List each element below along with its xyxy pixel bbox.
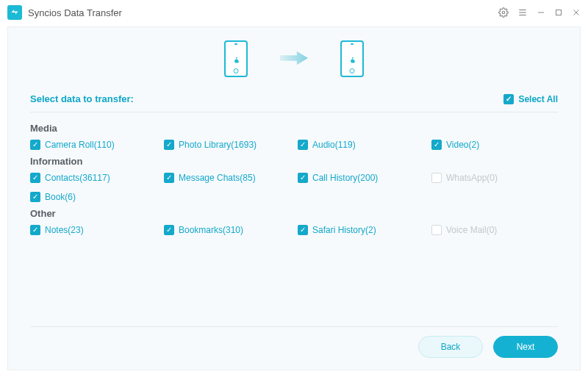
media-grid: ✓Camera Roll(110) ✓Photo Library(1693) ✓… bbox=[30, 140, 558, 150]
checkbox-icon: ✓ bbox=[30, 173, 40, 183]
section-title-media: Media bbox=[30, 123, 558, 134]
item-label: Notes(23) bbox=[45, 225, 84, 235]
item-label: Contacts(36117) bbox=[45, 173, 110, 183]
transfer-arrow-icon bbox=[277, 47, 311, 71]
checkbox-icon: ✓ bbox=[30, 225, 40, 235]
divider bbox=[30, 112, 558, 112]
svg-rect-5 bbox=[556, 10, 562, 15]
menu-icon[interactable] bbox=[517, 7, 528, 18]
svg-point-0 bbox=[502, 11, 505, 14]
item-contacts[interactable]: ✓Contacts(36117) bbox=[30, 173, 157, 183]
item-notes[interactable]: ✓Notes(23) bbox=[30, 225, 157, 235]
item-photo-library[interactable]: ✓Photo Library(1693) bbox=[164, 140, 290, 150]
checkbox-icon: ✓ bbox=[298, 173, 308, 183]
checkbox-icon: ✓ bbox=[164, 173, 174, 183]
checkbox-icon: ✓ bbox=[30, 192, 40, 202]
item-label: Voice Mail(0) bbox=[446, 225, 497, 235]
select-all-label: Select All bbox=[518, 94, 558, 104]
information-grid: ✓Contacts(36117) ✓Message Chats(85) ✓Cal… bbox=[30, 173, 558, 202]
checkbox-icon: ✓ bbox=[503, 94, 514, 104]
item-label: Photo Library(1693) bbox=[179, 140, 257, 150]
item-label: Call History(200) bbox=[312, 173, 378, 183]
item-safari-history[interactable]: ✓Safari History(2) bbox=[298, 225, 424, 235]
window-controls bbox=[498, 7, 581, 18]
checkbox-icon: ✓ bbox=[431, 140, 442, 150]
section-title-other: Other bbox=[30, 208, 558, 219]
back-button[interactable]: Back bbox=[418, 336, 483, 358]
main-panel: Select data to transfer: ✓ Select All Me… bbox=[7, 26, 581, 370]
checkbox-icon: ✓ bbox=[298, 225, 308, 235]
item-label: Message Chats(85) bbox=[179, 173, 256, 183]
item-whatsapp: WhatsApp(0) bbox=[431, 173, 558, 183]
checkbox-icon: ✓ bbox=[298, 140, 308, 150]
item-bookmarks[interactable]: ✓Bookmarks(310) bbox=[164, 225, 290, 235]
checkbox-icon bbox=[431, 225, 442, 235]
maximize-button[interactable] bbox=[554, 8, 563, 17]
select-all-checkbox[interactable]: ✓ Select All bbox=[503, 94, 558, 104]
item-camera-roll[interactable]: ✓Camera Roll(110) bbox=[30, 140, 157, 150]
select-title: Select data to transfer: bbox=[30, 93, 134, 104]
item-label: Safari History(2) bbox=[312, 225, 376, 235]
checkbox-icon bbox=[431, 173, 442, 183]
item-voice-mail: Voice Mail(0) bbox=[431, 225, 558, 235]
next-button[interactable]: Next bbox=[493, 336, 558, 358]
checkbox-icon: ✓ bbox=[164, 140, 174, 150]
item-video[interactable]: ✓Video(2) bbox=[431, 140, 558, 150]
item-label: Video(2) bbox=[446, 140, 479, 150]
item-book[interactable]: ✓Book(6) bbox=[30, 192, 157, 202]
checkbox-icon: ✓ bbox=[164, 225, 174, 235]
item-label: Camera Roll(110) bbox=[45, 140, 115, 150]
other-grid: ✓Notes(23) ✓Bookmarks(310) ✓Safari Histo… bbox=[30, 225, 558, 235]
select-header-row: Select data to transfer: ✓ Select All bbox=[30, 87, 558, 110]
target-device-icon bbox=[340, 40, 364, 77]
source-device-icon bbox=[224, 40, 248, 77]
checkbox-icon: ✓ bbox=[30, 140, 40, 150]
item-label: WhatsApp(0) bbox=[446, 173, 498, 183]
item-label: Bookmarks(310) bbox=[179, 225, 243, 235]
settings-icon[interactable] bbox=[498, 7, 509, 18]
item-label: Audio(119) bbox=[312, 140, 356, 150]
title-bar: Syncios Data Transfer bbox=[0, 0, 588, 25]
footer: Back Next bbox=[30, 326, 558, 358]
item-call-history[interactable]: ✓Call History(200) bbox=[298, 173, 424, 183]
app-logo bbox=[7, 5, 22, 20]
item-message-chats[interactable]: ✓Message Chats(85) bbox=[164, 173, 290, 183]
device-transfer-graphic bbox=[30, 37, 558, 87]
item-audio[interactable]: ✓Audio(119) bbox=[298, 140, 424, 150]
app-title: Syncios Data Transfer bbox=[28, 7, 122, 18]
item-label: Book(6) bbox=[45, 192, 76, 202]
minimize-button[interactable] bbox=[537, 8, 545, 17]
section-title-information: Information bbox=[30, 156, 558, 167]
close-button[interactable] bbox=[572, 8, 581, 17]
